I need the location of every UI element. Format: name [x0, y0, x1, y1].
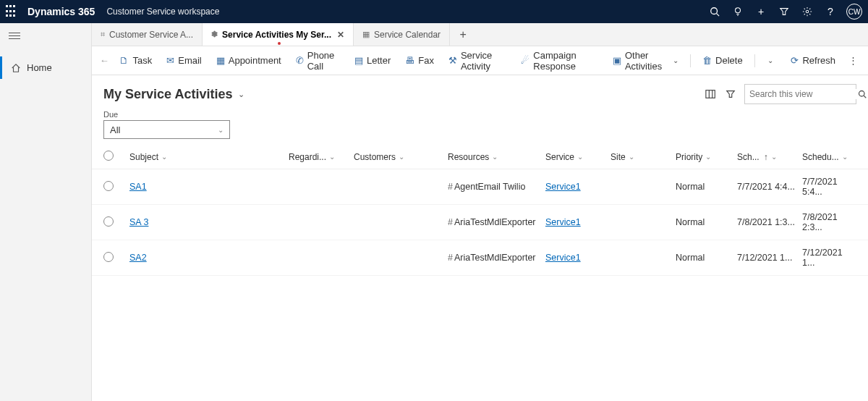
- divider: [754, 54, 755, 67]
- letter-button[interactable]: ▤Letter: [349, 55, 396, 66]
- svg-marker-10: [727, 91, 735, 98]
- hash-icon: #: [448, 182, 453, 192]
- chevron-down-icon: ⌄: [771, 153, 777, 161]
- close-icon[interactable]: ✕: [337, 30, 344, 40]
- grid-icon: ⌗: [101, 30, 105, 39]
- start-text: 7/12/2021 1...: [737, 253, 792, 263]
- svg-point-2: [736, 8, 741, 13]
- subject-link[interactable]: SA2: [129, 253, 147, 263]
- serviceactivity-button[interactable]: ⚒Service Activity: [443, 50, 512, 72]
- chevron-down-icon: ⌄: [161, 153, 167, 161]
- home-icon: [11, 63, 21, 73]
- row-select[interactable]: [103, 181, 114, 191]
- column-header-resources[interactable]: Resources⌄: [448, 152, 545, 162]
- app-launcher-icon[interactable]: [6, 5, 19, 18]
- sort-asc-icon: ↑: [764, 152, 768, 162]
- resource-text: AriaTestMdlExporter: [454, 217, 536, 227]
- delete-icon: 🗑: [702, 55, 712, 66]
- due-select[interactable]: All ⌄: [103, 120, 230, 139]
- back-button[interactable]: ←: [98, 55, 111, 66]
- sidebar-item-home[interactable]: Home: [0, 56, 91, 79]
- start-text: 7/7/2021 4:4...: [737, 182, 795, 192]
- appointment-icon: ▦: [216, 55, 225, 66]
- chevron-down-icon: ⌄: [705, 153, 711, 161]
- phonecall-button[interactable]: ✆Phone Call: [290, 50, 346, 72]
- search-input-wrapper[interactable]: [744, 84, 856, 104]
- overflow-button[interactable]: ⋮: [844, 55, 862, 66]
- help-icon[interactable]: ?: [819, 0, 842, 23]
- workspace-name: Customer Service workspace: [106, 7, 219, 17]
- view-title: My Service Activities: [103, 87, 232, 102]
- appointment-button[interactable]: ▦Appointment: [210, 55, 287, 66]
- fax-icon: 🖶: [405, 55, 414, 66]
- svg-line-1: [717, 14, 720, 17]
- activity-icon: ❃: [211, 30, 218, 39]
- priority-text: Normal: [676, 217, 705, 227]
- calendar-icon: ▦: [362, 30, 370, 39]
- chevron-down-icon: ⌄: [399, 153, 404, 161]
- column-header-start[interactable]: Sch...↑⌄: [737, 152, 802, 162]
- other-icon: ▣: [613, 55, 621, 66]
- column-header-subject[interactable]: Subject⌄: [129, 152, 289, 162]
- delete-button[interactable]: 🗑Delete: [697, 55, 749, 66]
- subject-link[interactable]: SA1: [129, 182, 147, 192]
- service-link[interactable]: Service1: [545, 182, 581, 192]
- tab-service-activities[interactable]: ❃ Service Activities My Ser... ✕: [203, 23, 354, 46]
- fax-button[interactable]: 🖶Fax: [399, 55, 440, 66]
- column-header-regarding[interactable]: Regardi...⌄: [289, 152, 354, 162]
- due-value: All: [110, 124, 120, 135]
- svg-rect-7: [706, 90, 715, 98]
- svg-marker-5: [780, 9, 788, 15]
- chevron-down-icon: ⌄: [329, 153, 335, 161]
- svg-line-12: [864, 96, 866, 98]
- lightbulb-icon[interactable]: [726, 0, 749, 23]
- select-all-checkbox[interactable]: [103, 151, 114, 161]
- subject-link[interactable]: SA 3: [129, 217, 148, 227]
- search-icon[interactable]: [858, 90, 867, 98]
- settings-icon[interactable]: [796, 0, 819, 23]
- table-row[interactable]: SA1 #AgentEmail Twilio Service1 Normal 7…: [92, 169, 868, 205]
- hamburger-menu[interactable]: [0, 23, 91, 51]
- chevron-down-icon: ⌄: [218, 126, 224, 134]
- user-avatar[interactable]: CW: [846, 4, 862, 20]
- column-header-site[interactable]: Site⌄: [610, 152, 676, 162]
- brand-name: Dynamics 365: [27, 6, 95, 17]
- otheractivities-button[interactable]: ▣Other Activities⌄: [607, 50, 684, 72]
- chevron-down-icon: ⌄: [767, 56, 773, 64]
- email-button[interactable]: ✉Email: [161, 55, 208, 66]
- view-selector-chevron[interactable]: ⌄: [238, 90, 244, 99]
- end-text: 7/7/2021 5:4...: [802, 177, 838, 197]
- edit-columns-icon[interactable]: [705, 89, 717, 99]
- search-icon[interactable]: [703, 0, 726, 23]
- tab-customer-service-agent[interactable]: ⌗ Customer Service A...: [92, 23, 203, 46]
- service-icon: ⚒: [448, 55, 457, 66]
- table-row[interactable]: SA2 #AriaTestMdlExporter Service1 Normal…: [92, 240, 868, 276]
- filter-icon[interactable]: [773, 0, 796, 23]
- column-header-priority[interactable]: Priority⌄: [676, 152, 737, 162]
- refresh-icon: ⟳: [791, 55, 799, 66]
- filter-icon[interactable]: [726, 89, 736, 99]
- service-link[interactable]: Service1: [545, 253, 581, 263]
- campaignresponse-button[interactable]: ☄Campaign Response: [515, 50, 604, 72]
- add-tab-button[interactable]: +: [450, 23, 476, 46]
- resource-text: AgentEmail Twilio: [454, 182, 525, 192]
- column-header-customers[interactable]: Customers⌄: [354, 152, 448, 162]
- hash-icon: #: [448, 217, 453, 227]
- row-select[interactable]: [103, 252, 114, 262]
- letter-icon: ▤: [354, 55, 363, 66]
- task-button[interactable]: 🗋Task: [114, 55, 158, 66]
- tab-service-calendar[interactable]: ▦ Service Calendar: [354, 23, 450, 46]
- start-text: 7/8/2021 1:3...: [737, 217, 795, 227]
- delete-split-button[interactable]: ⌄: [760, 56, 779, 64]
- divider: [690, 54, 691, 67]
- search-input[interactable]: [749, 89, 858, 99]
- row-select[interactable]: [103, 216, 114, 227]
- service-link[interactable]: Service1: [545, 217, 581, 227]
- add-icon[interactable]: +: [749, 0, 773, 23]
- phone-icon: ✆: [296, 55, 304, 66]
- column-header-end[interactable]: Schedu...⌄: [802, 152, 856, 162]
- campaign-icon: ☄: [521, 55, 529, 66]
- table-row[interactable]: SA 3 #AriaTestMdlExporter Service1 Norma…: [92, 205, 868, 240]
- column-header-service[interactable]: Service⌄: [545, 152, 610, 162]
- refresh-button[interactable]: ⟳Refresh: [785, 55, 841, 66]
